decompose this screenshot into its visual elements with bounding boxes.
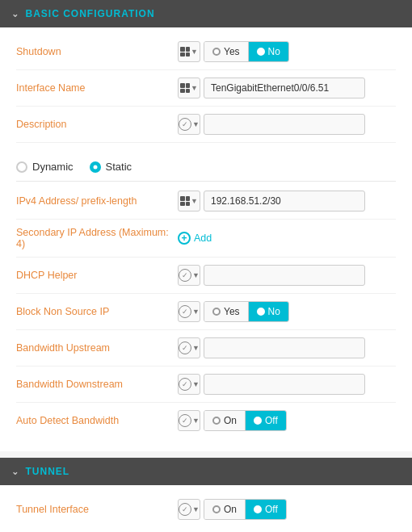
tunnel-interface-toggle: On Off xyxy=(204,499,287,520)
block-yes-option[interactable]: Yes xyxy=(204,302,249,321)
check-icon-6: ✓ xyxy=(179,414,191,427)
block-non-source-label: Block Non Source IP xyxy=(16,306,178,317)
description-row: Description ✓ ▼ xyxy=(16,107,396,143)
block-non-source-control: ✓ ▼ Yes No xyxy=(178,301,396,322)
shutdown-row: Shutdown ▼ Yes No xyxy=(16,34,396,70)
bw-downstream-label: Bandwidth Downstream xyxy=(16,379,178,390)
check-icon-3: ✓ xyxy=(179,305,191,318)
add-button[interactable]: + Add xyxy=(178,232,212,245)
description-input[interactable] xyxy=(204,114,365,135)
bw-upstream-control: ✓ ▼ xyxy=(178,337,396,358)
shutdown-yes-label: Yes xyxy=(224,46,240,57)
dropdown-arrow: ▼ xyxy=(191,48,198,56)
grid-icon-2 xyxy=(180,83,190,93)
block-non-source-row: Block Non Source IP ✓ ▼ Yes No xyxy=(16,294,396,330)
static-radio xyxy=(90,161,101,173)
auto-detect-off-radio xyxy=(254,417,262,425)
shutdown-yes-option[interactable]: Yes xyxy=(204,42,249,61)
dropdown-arrow-7: ▼ xyxy=(192,344,200,352)
check-icon-7: ✓ xyxy=(179,503,191,516)
dropdown-arrow-10: ▼ xyxy=(192,505,200,513)
chevron-icon[interactable]: ⌄ xyxy=(11,9,19,19)
block-no-option[interactable]: No xyxy=(249,302,288,321)
dropdown-arrow-6: ▼ xyxy=(192,308,200,316)
auto-detect-on-radio xyxy=(212,417,221,425)
tunnel-icon-btn[interactable]: ✓ ▼ xyxy=(178,499,200,520)
shutdown-no-option[interactable]: No xyxy=(249,42,288,61)
dhcp-helper-row: DHCP Helper ✓ ▼ xyxy=(16,258,396,294)
auto-detect-on-label: On xyxy=(224,415,237,426)
interface-name-input[interactable] xyxy=(204,77,365,98)
block-yes-radio xyxy=(212,308,221,316)
tunnel-on-radio xyxy=(212,505,221,513)
grid-icon-3 xyxy=(180,196,190,206)
basic-config-body: Shutdown ▼ Yes No xyxy=(0,27,412,451)
bw-down-icon-btn[interactable]: ✓ ▼ xyxy=(178,374,200,395)
bw-downstream-row: Bandwidth Downstream ✓ ▼ xyxy=(16,367,396,403)
dropdown-arrow-5: ▼ xyxy=(192,271,200,279)
bw-downstream-input[interactable] xyxy=(204,374,365,395)
shutdown-no-label: No xyxy=(268,46,280,57)
dynamic-option[interactable]: Dynamic xyxy=(16,161,74,173)
static-label: Static xyxy=(106,161,132,173)
interface-icon-btn[interactable]: ▼ xyxy=(178,77,200,98)
bw-upstream-input[interactable] xyxy=(204,337,365,358)
bw-downstream-control: ✓ ▼ xyxy=(178,374,396,395)
auto-detect-off-option[interactable]: Off xyxy=(246,411,286,430)
description-label: Description xyxy=(16,119,178,130)
ip-mode-row: Dynamic Static xyxy=(16,151,396,179)
tunnel-header: ⌄ TUNNEL xyxy=(0,458,412,485)
check-icon-2: ✓ xyxy=(179,269,191,282)
dhcp-icon-btn[interactable]: ✓ ▼ xyxy=(178,265,200,286)
tunnel-chevron-icon[interactable]: ⌄ xyxy=(11,467,19,477)
block-icon-btn[interactable]: ✓ ▼ xyxy=(178,301,200,322)
basic-config-header: ⌄ BASIC CONFIGURATION xyxy=(0,0,412,27)
shutdown-yes-radio xyxy=(212,48,221,56)
description-control: ✓ ▼ xyxy=(178,114,396,135)
block-yes-label: Yes xyxy=(224,306,240,317)
add-icon: + xyxy=(178,232,191,245)
dhcp-helper-input[interactable] xyxy=(204,265,365,286)
auto-detect-control: ✓ ▼ On Off xyxy=(178,410,396,431)
tunnel-interface-control: ✓ ▼ On Off xyxy=(178,499,396,520)
auto-detect-row: Auto Detect Bandwidth ✓ ▼ On Off xyxy=(16,403,396,438)
tunnel-title: TUNNEL xyxy=(26,466,70,477)
bw-up-icon-btn[interactable]: ✓ ▼ xyxy=(178,337,200,358)
auto-detect-icon-btn[interactable]: ✓ ▼ xyxy=(178,410,200,431)
interface-name-row: Interface Name ▼ xyxy=(16,70,396,107)
dhcp-helper-control: ✓ ▼ xyxy=(178,265,396,286)
check-icon-5: ✓ xyxy=(179,378,191,391)
interface-name-control: ▼ xyxy=(178,77,396,98)
auto-detect-on-option[interactable]: On xyxy=(204,411,246,430)
check-icon-4: ✓ xyxy=(179,341,191,354)
tunnel-on-option[interactable]: On xyxy=(204,500,246,519)
dynamic-radio xyxy=(16,161,27,173)
dropdown-arrow-9: ▼ xyxy=(192,417,200,425)
tunnel-off-option[interactable]: Off xyxy=(246,500,286,519)
description-icon-btn[interactable]: ✓ ▼ xyxy=(178,114,200,135)
dynamic-label: Dynamic xyxy=(32,161,74,173)
shutdown-no-radio xyxy=(257,48,265,56)
shutdown-toggle: Yes No xyxy=(204,41,289,62)
divider-1 xyxy=(16,181,396,182)
static-option[interactable]: Static xyxy=(90,161,132,173)
tunnel-interface-label: Tunnel Interface xyxy=(16,504,178,515)
block-no-radio xyxy=(257,308,265,316)
shutdown-control: ▼ Yes No xyxy=(178,41,396,62)
auto-detect-toggle: On Off xyxy=(204,410,287,431)
grid-icon xyxy=(180,47,190,57)
secondary-ip-control: + Add xyxy=(178,232,396,245)
auto-detect-label: Auto Detect Bandwidth xyxy=(16,415,178,426)
ipv4-icon-btn[interactable]: ▼ xyxy=(178,191,200,212)
shutdown-icon-btn[interactable]: ▼ xyxy=(178,41,200,62)
secondary-ip-label: Secondary IP Address (Maximum: 4) xyxy=(16,227,178,249)
spacer-1 xyxy=(16,143,396,151)
bw-upstream-row: Bandwidth Upstream ✓ ▼ xyxy=(16,330,396,367)
block-no-label: No xyxy=(268,306,280,317)
tunnel-interface-row: Tunnel Interface ✓ ▼ On Off xyxy=(16,492,396,527)
tunnel-off-label: Off xyxy=(265,504,278,515)
dropdown-arrow-4: ▼ xyxy=(191,197,198,205)
block-toggle: Yes No xyxy=(204,301,289,322)
shutdown-label: Shutdown xyxy=(16,46,178,57)
ipv4-input[interactable] xyxy=(204,191,365,212)
